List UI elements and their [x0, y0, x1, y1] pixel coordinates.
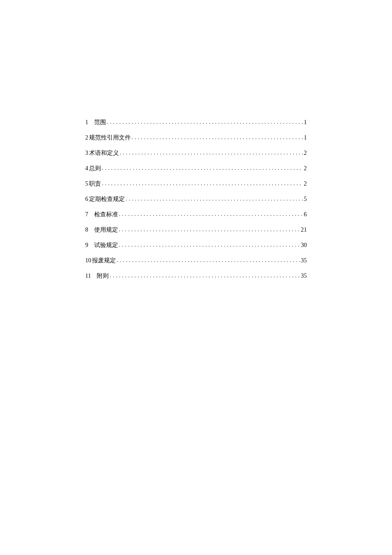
table-of-contents: 1范围12规范性引用文件13术语和定义24总则25职责26定期检查规定57检查标… [85, 119, 307, 279]
toc-entry-number: 7 [85, 212, 88, 218]
toc-entry-title: 职责 [89, 181, 101, 187]
toc-entry-title: 检查标准 [94, 212, 118, 218]
toc-entry-page: 35 [301, 258, 307, 264]
toc-entry-number: 4 [85, 166, 88, 171]
toc-entry: 8使用规定21 [85, 227, 307, 233]
toc-entry: 6定期检查规定5 [85, 196, 307, 202]
toc-entry-page: 21 [301, 227, 307, 233]
toc-leader-dots [102, 180, 303, 186]
toc-entry: 4总则2 [85, 166, 307, 171]
toc-entry-page: 35 [301, 273, 307, 279]
toc-entry-number: 6 [85, 196, 88, 202]
toc-entry: 1范围1 [85, 119, 307, 125]
toc-entry-page: 5 [304, 196, 307, 202]
toc-entry-number: 5 [85, 181, 88, 187]
toc-leader-dots [119, 242, 300, 247]
toc-entry-title: 范围 [94, 119, 106, 125]
toc-entry-title: 报废规定 [92, 258, 116, 264]
document-page: 1范围12规范性引用文件13术语和定义24总则25职责26定期检查规定57检查标… [0, 0, 392, 279]
toc-entry: 5职责2 [85, 181, 307, 187]
toc-entry-number: 8 [85, 227, 88, 233]
toc-entry-page: 30 [301, 242, 307, 248]
toc-entry: 9试验规定30 [85, 242, 307, 248]
toc-entry: 10报废规定35 [85, 258, 307, 264]
toc-entry-title: 规范性引用文件 [89, 135, 131, 141]
toc-entry-page: 2 [304, 166, 307, 171]
toc-leader-dots [120, 150, 303, 155]
toc-entry: 11附则35 [85, 273, 307, 279]
toc-entry-title: 使用规定 [94, 227, 118, 233]
toc-leader-dots [102, 165, 303, 171]
toc-entry-title: 术语和定义 [89, 150, 119, 156]
toc-entry-number: 1 [85, 119, 88, 125]
toc-entry-page: 1 [304, 119, 307, 125]
toc-entry-page: 6 [304, 212, 307, 218]
toc-leader-dots [107, 119, 303, 125]
toc-entry-title: 定期检查规定 [89, 196, 125, 202]
toc-leader-dots [119, 227, 300, 232]
toc-entry-title: 附则 [97, 273, 109, 279]
toc-entry: 2规范性引用文件1 [85, 135, 307, 141]
toc-entry-page: 2 [304, 181, 307, 187]
toc-leader-dots [110, 273, 300, 278]
toc-entry: 3术语和定义2 [85, 150, 307, 156]
toc-entry-page: 2 [304, 150, 307, 156]
toc-entry-number: 3 [85, 150, 88, 156]
toc-entry-number: 10 [85, 258, 91, 264]
toc-entry-number: 2 [85, 135, 88, 141]
toc-entry-title: 试验规定 [94, 242, 118, 248]
toc-entry-page: 1 [304, 135, 307, 141]
toc-leader-dots [126, 196, 303, 201]
toc-entry: 7检查标准6 [85, 212, 307, 218]
toc-leader-dots [119, 211, 303, 217]
toc-leader-dots [132, 134, 303, 140]
toc-entry-number: 9 [85, 242, 88, 248]
toc-leader-dots [117, 257, 300, 263]
toc-entry-title: 总则 [89, 166, 101, 171]
toc-entry-number: 11 [85, 273, 91, 279]
